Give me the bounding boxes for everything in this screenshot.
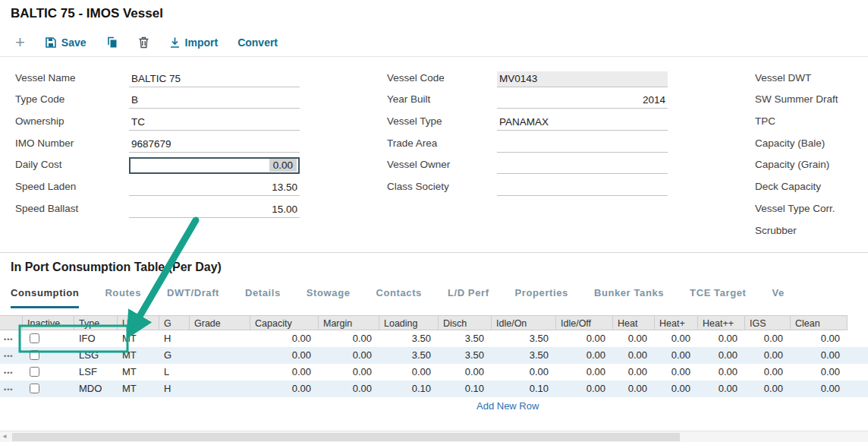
cell-unit[interactable]: MT [118, 364, 159, 380]
cell-capacity[interactable]: 0.00 [250, 330, 319, 347]
cell-clean[interactable]: 0.00 [791, 364, 848, 380]
tab-stowage[interactable]: Stowage [307, 287, 351, 308]
input-vessel-type[interactable]: PANAMAX [497, 115, 668, 131]
scrollbar-left-arrow-icon[interactable]: ◄ [2, 433, 8, 440]
cell-grade[interactable] [190, 380, 250, 397]
input-vessel-code[interactable]: MV0143 [497, 71, 668, 87]
cell-margin[interactable]: 0.00 [319, 347, 379, 364]
cell-igs[interactable]: 0.00 [745, 330, 791, 347]
cell-unit[interactable]: MT [118, 330, 159, 347]
convert-button[interactable]: Convert [237, 36, 278, 49]
cell-clean[interactable]: 0.00 [791, 330, 848, 347]
cell-heat[interactable]: 0.00 [613, 347, 655, 364]
cell-idle-off[interactable]: 0.00 [556, 364, 613, 380]
row-menu[interactable]: ••• [0, 347, 23, 364]
input-ownership[interactable]: TC [129, 115, 300, 131]
cell-margin[interactable]: 0.00 [319, 364, 379, 380]
inactive-checkbox[interactable] [30, 367, 39, 377]
cell-grade[interactable] [190, 330, 250, 347]
cell-loading[interactable]: 0.10 [379, 380, 439, 397]
cell-disch[interactable]: 0.10 [439, 380, 492, 397]
copy-button[interactable] [106, 36, 118, 49]
add-new-row-link[interactable]: Add New Row [476, 400, 539, 412]
row-menu[interactable]: ••• [0, 380, 23, 397]
cell-idle-on[interactable]: 0.00 [492, 364, 556, 380]
inactive-checkbox[interactable] [30, 350, 39, 360]
tab-routes[interactable]: Routes [105, 287, 141, 308]
cell-igs[interactable]: 0.00 [745, 347, 791, 364]
cell-heat[interactable]: 0.00 [613, 330, 655, 347]
cell-heat[interactable]: 0.00 [655, 347, 698, 364]
tab-dwt-draft[interactable]: DWT/Draft [167, 287, 219, 308]
cell-capacity[interactable]: 0.00 [250, 347, 319, 364]
delete-button[interactable] [138, 36, 149, 49]
cell-disch[interactable]: 3.50 [439, 347, 492, 364]
cell-heat[interactable]: 0.00 [613, 380, 655, 397]
cell-igs[interactable]: 0.00 [745, 380, 791, 397]
import-button[interactable]: Import [169, 36, 219, 49]
cell-type[interactable]: LSF [74, 364, 118, 380]
cell-unit[interactable]: MT [118, 380, 159, 397]
cell-capacity[interactable]: 0.00 [250, 364, 319, 380]
input-class-society[interactable] [497, 181, 668, 196]
cell-margin[interactable]: 0.00 [319, 330, 379, 347]
tab-ve[interactable]: Ve [772, 287, 785, 308]
cell-heat[interactable]: 0.00 [698, 330, 745, 347]
cell-igs[interactable]: 0.00 [745, 364, 791, 380]
tab-l-d-perf[interactable]: L/D Perf [448, 287, 489, 308]
cell-capacity[interactable]: 0.00 [250, 380, 319, 397]
row-menu[interactable]: ••• [0, 330, 23, 347]
cell-disch[interactable]: 3.50 [439, 330, 492, 347]
cell-heat[interactable]: 0.00 [698, 380, 745, 397]
cell-disch[interactable]: 0.00 [439, 364, 492, 380]
input-speed-laden[interactable]: 13.50 [129, 180, 300, 196]
cell-clean[interactable]: 0.00 [791, 347, 848, 364]
cell-idle-on[interactable]: 3.50 [492, 347, 556, 364]
cell-loading[interactable]: 3.50 [379, 347, 439, 364]
input-type-code[interactable]: B [129, 93, 300, 109]
cell-unit[interactable]: MT [118, 347, 159, 364]
input-speed-ballast[interactable]: 15.00 [129, 202, 300, 218]
input-vessel-owner[interactable] [497, 159, 668, 174]
tab-details[interactable]: Details [245, 287, 281, 308]
inactive-checkbox[interactable] [30, 333, 39, 343]
cell-heat[interactable]: 0.00 [613, 364, 655, 380]
tab-properties[interactable]: Properties [515, 287, 568, 308]
cell-clean[interactable]: 0.00 [791, 380, 848, 397]
cell-g[interactable]: G [159, 347, 190, 364]
cell-heat[interactable]: 0.00 [655, 364, 698, 380]
scrollbar-thumb[interactable] [12, 433, 680, 441]
row-menu[interactable]: ••• [0, 364, 23, 380]
input-trade-area[interactable] [497, 137, 668, 153]
cell-margin[interactable]: 0.00 [319, 380, 379, 397]
cell-type[interactable]: LSG [74, 347, 118, 364]
cell-type[interactable]: IFO [74, 330, 118, 347]
cell-grade[interactable] [190, 364, 250, 380]
cell-idle-off[interactable]: 0.00 [556, 347, 613, 364]
cell-grade[interactable] [190, 347, 250, 364]
cell-loading[interactable]: 3.50 [379, 330, 439, 347]
cell-heat[interactable]: 0.00 [655, 330, 698, 347]
tab-bunker-tanks[interactable]: Bunker Tanks [594, 287, 664, 308]
horizontal-scrollbar[interactable]: ◄ [0, 431, 868, 442]
save-button[interactable]: Save [45, 36, 86, 49]
add-button[interactable]: + [15, 34, 25, 51]
cell-idle-off[interactable]: 0.00 [556, 330, 613, 347]
inactive-checkbox[interactable] [30, 384, 39, 393]
tab-tce-target[interactable]: TCE Target [690, 287, 746, 308]
cell-idle-off[interactable]: 0.00 [556, 380, 613, 397]
cell-loading[interactable]: 0.00 [379, 364, 439, 380]
cell-g[interactable]: H [159, 380, 190, 397]
cell-heat[interactable]: 0.00 [698, 347, 745, 364]
tab-consumption[interactable]: Consumption [11, 287, 79, 308]
cell-g[interactable]: H [159, 330, 190, 347]
cell-heat[interactable]: 0.00 [698, 364, 745, 380]
cell-g[interactable]: L [159, 364, 190, 380]
cell-idle-on[interactable]: 3.50 [492, 330, 556, 347]
tab-contacts[interactable]: Contacts [376, 287, 422, 308]
cell-heat[interactable]: 0.00 [655, 380, 698, 397]
cell-type[interactable]: MDO [74, 380, 118, 397]
input-imo-number[interactable]: 9687679 [129, 137, 300, 153]
cell-idle-on[interactable]: 0.10 [492, 380, 556, 397]
input-year-built[interactable]: 2014 [497, 93, 668, 109]
